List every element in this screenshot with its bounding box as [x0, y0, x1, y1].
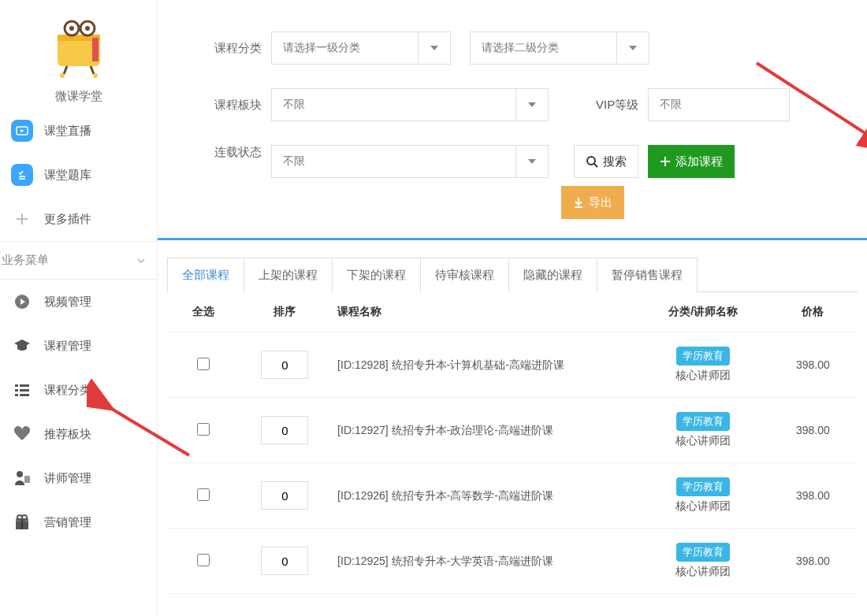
svg-rect-24 — [15, 394, 18, 396]
add-course-button-label: 添加课程 — [675, 154, 723, 169]
sidebar-item-lecturer-management[interactable]: 讲师管理 — [0, 456, 157, 500]
row-checkbox[interactable] — [197, 358, 210, 370]
brand: 微课学堂 — [0, 0, 157, 110]
graduation-cap-icon — [11, 335, 33, 357]
course-table: 全选 排序 课程名称 分类/讲师名称 价格 [ID:12928] 统招专升本-计… — [167, 292, 858, 594]
select-text: 请选择一级分类 — [272, 32, 419, 64]
row-checkbox[interactable] — [197, 488, 210, 501]
sort-input[interactable] — [261, 416, 308, 444]
sort-input[interactable] — [261, 547, 308, 575]
select-board[interactable]: 不限 — [271, 88, 549, 121]
svg-rect-21 — [20, 384, 29, 387]
teacher-name: 核心讲师团 — [675, 499, 731, 512]
filter-row-serial: 连载状态 不限 搜索 添加课程 — [189, 145, 835, 219]
table-row: [ID:12925] 统招专升本-大学英语-高端进阶课学历教育核心讲师团398.… — [167, 529, 858, 594]
course-tabs: 全部课程 上架的课程 下架的课程 待审核课程 隐藏的课程 暂停销售课程 — [167, 258, 867, 292]
sidebar-item-label: 推荐板块 — [44, 427, 91, 442]
svg-marker-34 — [629, 46, 637, 50]
svg-point-8 — [60, 73, 65, 78]
course-name: [ID:12928] 统招专升本-计算机基础-高端进阶课 — [337, 357, 631, 373]
select-vip-level[interactable]: 不限 — [648, 88, 790, 121]
svg-rect-20 — [15, 384, 18, 387]
search-icon — [586, 155, 598, 168]
brand-name: 微课学堂 — [0, 89, 157, 104]
tab-on-shelf[interactable]: 上架的课程 — [244, 258, 333, 292]
sidebar-item-label: 课堂直播 — [44, 124, 91, 139]
filter-row-category: 课程分类 请选择一级分类 请选择二级分类 — [189, 32, 835, 65]
export-button[interactable]: 导出 — [561, 186, 624, 219]
sidebar-item-more-plugins[interactable]: 更多插件 — [0, 197, 157, 241]
select-category-level2[interactable]: 请选择二级分类 — [470, 32, 649, 65]
chevron-down-icon — [135, 254, 147, 267]
th-course-name: 课程名称 — [329, 292, 638, 332]
filter-row-board: 课程板块 不限 VIP等级 不限 — [189, 88, 835, 121]
select-serial-status[interactable]: 不限 — [271, 145, 549, 178]
course-name: [ID:12925] 统招专升本-大学英语-高端进阶课 — [337, 553, 631, 570]
caret-down-icon[interactable] — [516, 159, 548, 164]
filter-label-category: 课程分类 — [189, 41, 262, 56]
svg-rect-27 — [24, 476, 30, 483]
caret-down-icon[interactable] — [617, 46, 649, 50]
play-circle-icon — [11, 291, 33, 313]
select-category-level1[interactable]: 请选择一级分类 — [271, 32, 451, 65]
teacher-name: 核心讲师团 — [675, 565, 731, 577]
select-text: 不限 — [272, 89, 516, 121]
svg-rect-2 — [92, 38, 99, 61]
price-cell: 398.00 — [768, 398, 858, 463]
search-button[interactable]: 搜索 — [574, 145, 638, 178]
sort-input[interactable] — [261, 481, 308, 510]
row-checkbox[interactable] — [197, 554, 210, 566]
svg-point-32 — [22, 515, 27, 520]
filter-panel: 课程分类 请选择一级分类 请选择二级分类 课程板块 不限 VIP等级 — [158, 0, 867, 240]
th-price: 价格 — [768, 292, 858, 332]
tab-paused-sale[interactable]: 暂停销售课程 — [597, 258, 698, 292]
sort-input[interactable] — [261, 351, 308, 379]
caret-down-icon[interactable] — [419, 46, 450, 50]
main-content: 课程分类 请选择一级分类 请选择二级分类 课程板块 不限 VIP等级 — [158, 0, 867, 616]
category-badge: 学历教育 — [676, 412, 730, 431]
sidebar-item-label: 营销管理 — [44, 515, 91, 530]
video-square-icon — [11, 120, 33, 142]
plus-icon — [660, 156, 671, 167]
brand-logo-icon — [47, 14, 111, 79]
tab-all-courses[interactable]: 全部课程 — [167, 258, 244, 292]
row-checkbox[interactable] — [197, 423, 210, 436]
add-course-button[interactable]: 添加课程 — [648, 145, 735, 178]
tab-hidden[interactable]: 隐藏的课程 — [508, 258, 597, 292]
sidebar-item-course-category[interactable]: 课程分类 — [0, 368, 157, 412]
download-icon — [573, 197, 584, 208]
sidebar-item-marketing-management[interactable]: 营销管理 — [0, 500, 157, 544]
category-badge: 学历教育 — [676, 477, 730, 496]
table-row: [ID:12927] 统招专升本-政治理论-高端进阶课学历教育核心讲师团398.… — [167, 398, 858, 463]
sidebar-item-label: 课程分类 — [44, 383, 91, 398]
th-select-all[interactable]: 全选 — [167, 292, 240, 332]
sidebar-section-business-menu[interactable]: 业务菜单 — [0, 241, 157, 280]
tab-off-shelf[interactable]: 下架的课程 — [332, 258, 421, 292]
sidebar-item-video-management[interactable]: 视频管理 — [0, 280, 157, 324]
sidebar-section-title: 业务菜单 — [2, 253, 49, 268]
price-cell: 398.00 — [768, 332, 858, 398]
sidebar-item-live[interactable]: 课堂直播 — [0, 115, 157, 153]
svg-point-26 — [17, 471, 23, 477]
checklist-square-icon — [11, 164, 33, 186]
sidebar-item-recommended-boards[interactable]: 推荐板块 — [0, 412, 157, 456]
sidebar-biz-list: 视频管理 课程管理 课程分类 推荐板块 讲师管理 营销管理 — [0, 280, 157, 544]
select-text: 请选择二级分类 — [471, 32, 617, 64]
filter-label-board: 课程板块 — [189, 98, 262, 113]
svg-point-37 — [587, 157, 595, 165]
tab-pending-review[interactable]: 待审核课程 — [420, 258, 509, 292]
price-cell: 398.00 — [768, 463, 858, 529]
sidebar-item-course-management[interactable]: 课程管理 — [0, 324, 157, 368]
svg-line-38 — [594, 164, 597, 167]
teacher-name: 核心讲师团 — [675, 369, 731, 381]
gift-icon — [11, 511, 33, 533]
caret-down-icon[interactable] — [516, 102, 548, 107]
svg-marker-35 — [528, 102, 536, 107]
th-sort: 排序 — [240, 292, 329, 332]
sidebar-item-question-bank[interactable]: 课堂题库 — [0, 153, 157, 197]
svg-marker-36 — [528, 159, 536, 164]
table-row: [ID:12926] 统招专升本-高等数学-高端进阶课学历教育核心讲师团398.… — [167, 463, 858, 529]
teacher-icon — [11, 467, 33, 489]
search-button-label: 搜索 — [603, 154, 627, 169]
course-name: [ID:12926] 统招专升本-高等数学-高端进阶课 — [337, 488, 631, 504]
